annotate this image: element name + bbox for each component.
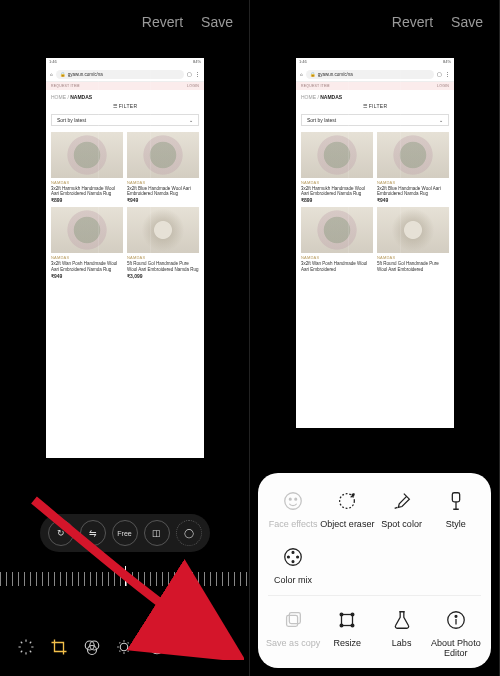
- chevron-down-icon: ⌄: [189, 117, 193, 123]
- product-card: NAMDAS 3x2ft Harmukh Handmade Wool Aari …: [301, 132, 373, 203]
- svg-point-13: [292, 552, 294, 554]
- labs-option[interactable]: Labs: [375, 606, 429, 658]
- ratio-free-button[interactable]: Free: [112, 520, 138, 546]
- adjust-icon[interactable]: [113, 636, 135, 658]
- lasso-button[interactable]: ◯: [176, 520, 202, 546]
- object-eraser-option[interactable]: Object eraser: [320, 487, 374, 529]
- url-text: gyawun.com/c/na: [68, 72, 103, 77]
- svg-point-4: [150, 640, 164, 654]
- about-photo-editor-option[interactable]: About Photo Editor: [429, 606, 483, 658]
- svg-point-23: [352, 624, 355, 627]
- svg-point-3: [121, 643, 129, 651]
- save-button[interactable]: Save: [201, 14, 233, 30]
- svg-rect-11: [452, 493, 459, 502]
- svg-point-25: [455, 615, 457, 617]
- home-icon: ⌂: [50, 72, 53, 77]
- svg-point-16: [288, 556, 290, 558]
- filters-icon[interactable]: [81, 636, 103, 658]
- product-grid: NAMDAS 3x2ft Harmukh Handmade Wool Aari …: [296, 128, 454, 276]
- editor-bottom-nav: ⋮: [0, 636, 249, 658]
- flip-button[interactable]: ⇋: [80, 520, 106, 546]
- style-option[interactable]: Style: [429, 487, 483, 529]
- editor-topbar: Revert Save: [250, 0, 499, 38]
- browser-urlbar: ⌂ 🔒gyawun.com/c/na ▢ ⋮: [46, 68, 204, 82]
- filter-label: ☰ FILTER: [46, 100, 204, 112]
- breadcrumb: HOME / NAMDAS: [46, 90, 204, 100]
- menu-icon: ⋮: [445, 72, 450, 77]
- menu-icon: ⋮: [195, 72, 200, 77]
- perspective-button[interactable]: ◫: [144, 520, 170, 546]
- draw-icon[interactable]: [179, 636, 201, 658]
- spot-color-icon: [388, 487, 416, 515]
- resize-option[interactable]: Resize: [320, 606, 374, 658]
- tabs-icon: ▢: [437, 72, 442, 77]
- spot-color-option[interactable]: Spot color: [375, 487, 429, 529]
- style-icon: [442, 487, 470, 515]
- straighten-slider[interactable]: [0, 568, 249, 590]
- site-topbar: REQUEST ITEMLOGIN: [296, 82, 454, 90]
- svg-rect-17: [287, 615, 298, 626]
- editor-topbar: Revert Save: [0, 0, 249, 38]
- auto-icon[interactable]: [15, 636, 37, 658]
- product-card: NAMDAS 3x2ft Harmukh Handmade Wool Aari …: [51, 132, 123, 203]
- svg-point-5: [154, 645, 156, 647]
- sort-dropdown: Sort by latest⌄: [51, 114, 199, 126]
- save-button[interactable]: Save: [451, 14, 483, 30]
- home-icon: ⌂: [300, 72, 303, 77]
- phone-statusbar: 1:46 84%: [46, 58, 204, 68]
- svg-rect-19: [342, 615, 353, 626]
- site-topbar: REQUEST ITEM LOGIN: [46, 82, 204, 90]
- svg-point-7: [285, 493, 302, 510]
- breadcrumb: HOME / NAMDAS: [296, 90, 454, 100]
- more-options-sheet: Face effects Object eraser Spot color St…: [258, 473, 491, 668]
- product-card: NAMDAS 5ft Round Gol Handmade Pure Wool …: [377, 207, 449, 271]
- lock-icon: 🔒: [60, 72, 66, 77]
- info-icon: [442, 606, 470, 634]
- face-effects-option: Face effects: [266, 487, 320, 529]
- revert-button[interactable]: Revert: [392, 14, 433, 30]
- lock-icon: 🔒: [310, 72, 316, 77]
- svg-point-14: [297, 556, 299, 558]
- color-mix-icon: [279, 543, 307, 571]
- svg-point-6: [159, 645, 161, 647]
- sheet-divider: [268, 595, 481, 596]
- filter-label: ☰ FILTER: [296, 100, 454, 112]
- svg-point-22: [341, 624, 344, 627]
- svg-rect-18: [289, 613, 300, 624]
- editor-pane-left: Revert Save 1:46 84% ⌂ 🔒gyawun.com/c/na …: [0, 0, 250, 676]
- rotate-button[interactable]: ↻: [48, 520, 74, 546]
- product-card: NAMDAS 3x2ft Blue Handmade Wool Aari Emb…: [127, 132, 199, 203]
- svg-point-20: [341, 613, 344, 616]
- sticker-icon[interactable]: [146, 636, 168, 658]
- save-as-copy-option: Save as copy: [266, 606, 320, 658]
- svg-point-21: [352, 613, 355, 616]
- face-effects-icon: [279, 487, 307, 515]
- product-card: NAMDAS 3x2ft Wan Posh Handmade Wool Aari…: [301, 207, 373, 271]
- revert-button[interactable]: Revert: [142, 14, 183, 30]
- edited-image: 1:4684% ⌂ 🔒gyawun.com/c/na ▢ ⋮ REQUEST I…: [296, 58, 454, 428]
- object-eraser-icon: [333, 487, 361, 515]
- product-card: NAMDAS 5ft Round Gol Handmade Pure Wool …: [127, 207, 199, 278]
- svg-point-8: [289, 498, 291, 500]
- sort-dropdown: Sort by latest⌄: [301, 114, 449, 126]
- tabs-icon: ▢: [187, 72, 192, 77]
- product-card: NAMDAS 3x2ft Wan Posh Handmade Wool Aari…: [51, 207, 123, 278]
- transform-toolbar: ↻ ⇋ Free ◫ ◯: [40, 514, 210, 552]
- chevron-down-icon: ⌄: [439, 117, 443, 123]
- product-grid: NAMDAS 3x2ft Harmukh Handmade Wool Aari …: [46, 128, 204, 283]
- edited-image: 1:46 84% ⌂ 🔒gyawun.com/c/na ▢ ⋮ REQUEST …: [46, 58, 204, 458]
- resize-icon: [333, 606, 361, 634]
- editor-pane-right: Revert Save 1:4684% ⌂ 🔒gyawun.com/c/na ▢…: [250, 0, 500, 676]
- svg-point-9: [295, 498, 297, 500]
- browser-urlbar: ⌂ 🔒gyawun.com/c/na ▢ ⋮: [296, 68, 454, 82]
- crop-icon[interactable]: [48, 636, 70, 658]
- more-options-button[interactable]: ⋮: [212, 636, 234, 658]
- labs-icon: [388, 606, 416, 634]
- phone-statusbar: 1:4684%: [296, 58, 454, 68]
- color-mix-option[interactable]: Color mix: [266, 543, 320, 585]
- save-as-copy-icon: [279, 606, 307, 634]
- svg-point-15: [292, 561, 294, 563]
- product-card: NAMDAS 3x2ft Blue Handmade Wool Aari Emb…: [377, 132, 449, 203]
